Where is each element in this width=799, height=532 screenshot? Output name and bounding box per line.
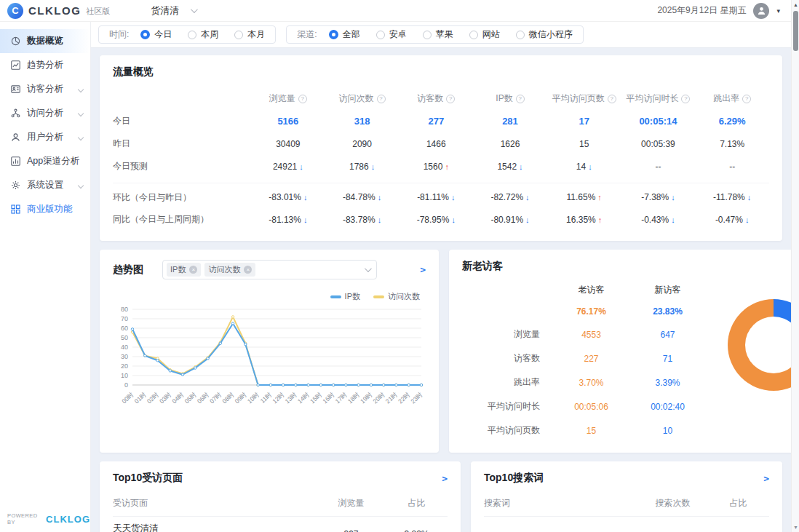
- top-pages-card: Top10受访页面 > 受访页面浏览量占比天天货清清https://app.hu…: [100, 461, 461, 532]
- overview-value-cell: 1466: [399, 139, 473, 149]
- top-search-table: 搜索词搜索次数占比暂无数据: [484, 491, 769, 532]
- top-pages-header-row: 受访页面浏览量占比: [113, 491, 448, 517]
- top-pages-expand-arrow-icon[interactable]: >: [442, 473, 448, 484]
- sidebar-item-label: 数据概览: [27, 35, 63, 47]
- caret-down-icon[interactable]: ▾: [776, 7, 780, 15]
- visitors-metric-label: 浏览量: [462, 328, 553, 341]
- time-filter-option-1[interactable]: 今日: [140, 28, 172, 41]
- new-visitor-value: 00:02:40: [629, 402, 706, 412]
- sidebar: 数据概览趋势分析访客分析访问分析用户分析App渠道分析系统设置商业版功能 POW…: [0, 22, 91, 532]
- legend-label: 访问次数: [388, 291, 420, 302]
- overview-value-cell: -83.78%↓: [325, 215, 400, 225]
- page-cell: 天天货清清https://app.huoqingqing.com/?time=&…: [113, 523, 317, 532]
- sidebar-item-user-analysis[interactable]: 用户分析: [0, 125, 90, 149]
- metric-value: -0.43%: [641, 215, 669, 225]
- arrow-down-icon: ↓: [671, 215, 675, 224]
- visitor-card-icon: [11, 84, 20, 94]
- remove-tag-icon[interactable]: ×: [189, 266, 197, 274]
- svg-text:30: 30: [121, 353, 128, 360]
- svg-text:03时: 03时: [158, 391, 172, 405]
- main-area: 时间:今日本周本月 渠道:全部安卓苹果网站微信小程序 流量概览 浏览量?访问次数…: [91, 22, 791, 532]
- channel-filter-option-label: 全部: [343, 28, 360, 41]
- top-search-title: Top10搜索词: [484, 472, 544, 485]
- visitors-card: 新老访客 > 老访客新访客76.17%23.83%浏览量4553647访客数22…: [449, 250, 791, 453]
- legend-item[interactable]: IP数: [330, 291, 360, 302]
- info-icon[interactable]: ?: [742, 95, 751, 103]
- svg-text:20时: 20时: [372, 391, 386, 405]
- channel-filter-option-2[interactable]: 安卓: [376, 28, 407, 41]
- arrow-down-icon: ↓: [451, 193, 456, 202]
- old-visitor-value: 227: [553, 354, 629, 364]
- overview-column-header: 访问次数?: [325, 92, 400, 105]
- overview-value-cell: 2090: [325, 139, 400, 149]
- avatar[interactable]: [753, 3, 769, 19]
- info-icon[interactable]: ?: [446, 95, 455, 103]
- info-icon[interactable]: ?: [681, 95, 690, 103]
- page-ratio: 3.82%: [386, 529, 448, 532]
- trend-expand-arrow-icon[interactable]: >: [420, 264, 426, 275]
- time-filter-option-2[interactable]: 本周: [188, 28, 218, 41]
- svg-text:80: 80: [121, 306, 128, 313]
- svg-text:0: 0: [124, 381, 128, 389]
- metric-value: -11.78%: [713, 192, 745, 202]
- channel-filter-option-1[interactable]: 全部: [329, 28, 360, 41]
- metric-value: 277: [428, 116, 444, 127]
- sidebar-item-overview[interactable]: 数据概览: [0, 29, 90, 53]
- overview-value-cell: -11.78%↓: [695, 192, 769, 202]
- metric-tag[interactable]: 访问次数×: [204, 263, 255, 277]
- old-visitor-value: 4553: [553, 330, 629, 340]
- arrow-down-icon: ↓: [519, 162, 523, 171]
- sidebar-item-visitor-analysis[interactable]: 访客分析: [0, 77, 90, 101]
- sidebar-item-trend-analysis[interactable]: 趋势分析: [0, 53, 90, 77]
- overview-value-cell: 00:05:14: [621, 116, 696, 127]
- new-visitor-value: 647: [629, 330, 706, 340]
- metric-value: -0.47%: [715, 215, 743, 225]
- sidebar-item-system-settings[interactable]: 系统设置: [0, 173, 90, 197]
- visitors-metric-label: 访客数: [462, 352, 553, 365]
- page-title-link[interactable]: 天天货清清: [113, 523, 317, 532]
- time-filter-option-3[interactable]: 本月: [234, 28, 265, 41]
- info-icon[interactable]: ?: [298, 95, 307, 103]
- legend-item[interactable]: 访问次数: [373, 291, 420, 302]
- overview-value-cell: -81.11%↓: [399, 192, 473, 202]
- overview-value-cell: -0.47%↓: [695, 215, 769, 225]
- new-visitor-percent: 23.83%: [629, 306, 706, 317]
- overview-column-header: 访客数?: [399, 92, 473, 105]
- channel-filter-option-5[interactable]: 微信小程序: [516, 28, 573, 41]
- sidebar-item-app-channel-analysis[interactable]: App渠道分析: [0, 149, 90, 173]
- channel-filter-option-4[interactable]: 网站: [469, 28, 500, 41]
- top-search-expand-arrow-icon[interactable]: >: [763, 473, 769, 484]
- overview-value-cell: 1542↓: [473, 162, 547, 172]
- metric-value: 00:05:39: [641, 139, 675, 149]
- metric-selector[interactable]: IP数×访问次数×: [162, 260, 377, 279]
- old-visitor-value: 3.70%: [553, 378, 629, 388]
- overview-value-cell: --: [695, 162, 769, 172]
- scrollbar-thumb[interactable]: [793, 11, 798, 51]
- top-pages-title: Top10受访页面: [113, 472, 183, 485]
- vertical-scrollbar[interactable]: ▲ ▼: [791, 0, 799, 532]
- project-selector[interactable]: 货清清: [151, 4, 196, 17]
- column-header: 搜索词: [484, 497, 638, 509]
- remove-tag-icon[interactable]: ×: [244, 266, 252, 274]
- overview-value-cell: 281: [473, 116, 547, 127]
- scroll-up-arrow-icon[interactable]: ▲: [793, 2, 798, 7]
- overview-value-cell: -82.72%↓: [473, 192, 547, 202]
- filter-bar: 时间:今日本周本月 渠道:全部安卓苹果网站微信小程序: [91, 22, 791, 48]
- info-icon[interactable]: ?: [377, 95, 386, 103]
- scroll-down-arrow-icon[interactable]: ▼: [793, 525, 798, 530]
- overview-value-cell: 16.35%↑: [547, 215, 621, 225]
- radio-icon: [376, 31, 385, 39]
- arrow-down-icon: ↓: [451, 215, 456, 224]
- arrow-down-icon: ↓: [745, 215, 750, 224]
- sidebar-item-visit-analysis[interactable]: 访问分析: [0, 101, 90, 125]
- trend-chart-legend: IP数访问次数: [113, 291, 420, 302]
- channel-filter-option-3[interactable]: 苹果: [423, 28, 453, 41]
- trend-icon: [11, 60, 20, 70]
- overview-column-header: 平均访问时长?: [621, 92, 696, 105]
- metric-tag[interactable]: IP数×: [167, 263, 201, 277]
- sidebar-item-business-features[interactable]: 商业版功能: [0, 197, 90, 221]
- info-icon[interactable]: ?: [516, 95, 525, 103]
- info-icon[interactable]: ?: [608, 95, 616, 103]
- arrow-down-icon: ↓: [525, 193, 530, 202]
- empty-state-text: 暂无数据: [484, 517, 769, 532]
